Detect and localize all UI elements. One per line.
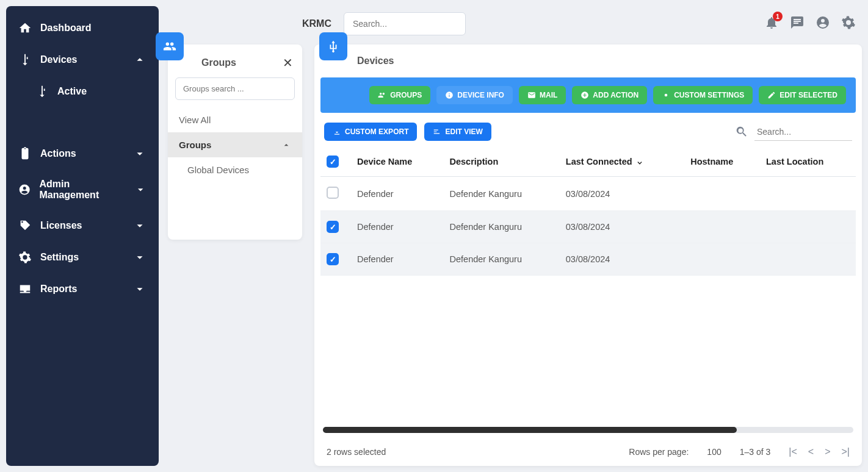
chevron-down-icon — [133, 147, 146, 160]
search-icon[interactable] — [735, 125, 748, 138]
sidebar-label-settings: Settings — [40, 252, 79, 263]
account-button[interactable] — [816, 15, 830, 32]
devices-table: Device Name Description Last Connected H… — [320, 147, 856, 276]
horizontal-scrollbar[interactable] — [323, 427, 853, 433]
page-last-button[interactable]: >| — [842, 446, 850, 457]
global-search-input[interactable] — [344, 12, 466, 35]
edit-view-button[interactable]: EDIT VIEW — [424, 123, 491, 141]
cell-description: Defender Kanguru — [444, 177, 560, 211]
groups-row-groups[interactable]: Groups — [168, 132, 302, 157]
notifications-button[interactable]: 1 — [764, 15, 779, 32]
home-icon — [18, 21, 32, 35]
cell-description: Defender Kanguru — [444, 243, 560, 276]
sidebar-label-reports: Reports — [40, 284, 77, 295]
groups-search-input[interactable] — [175, 77, 295, 100]
col-last-connected[interactable]: Last Connected — [560, 147, 684, 177]
page-next-button[interactable]: > — [825, 446, 830, 457]
add-action-button[interactable]: ADD ACTION — [572, 86, 647, 104]
inbox-icon — [18, 282, 32, 296]
row-checkbox[interactable] — [327, 187, 339, 199]
cell-last-location — [760, 211, 856, 243]
action-bar: GROUPS DEVICE INFO MAIL ADD ACTION — [320, 77, 856, 113]
sidebar-label-licenses: Licenses — [40, 220, 82, 231]
sidebar-label-admin: Admin Management — [39, 179, 125, 201]
cell-last-location — [760, 177, 856, 211]
rows-per-page-value[interactable]: 100 — [707, 447, 721, 457]
toolbar: CUSTOM EXPORT EDIT VIEW — [314, 113, 862, 147]
sidebar-item-licenses[interactable]: Licenses — [6, 210, 159, 241]
table-row[interactable]: DefenderDefender Kanguru03/08/2024 — [320, 211, 856, 243]
clipboard-icon — [18, 147, 32, 160]
usb-icon — [327, 40, 340, 53]
messages-button[interactable] — [790, 15, 805, 32]
sidebar-item-actions[interactable]: Actions — [6, 138, 159, 170]
table-row[interactable]: DefenderDefender Kanguru03/08/2024 — [320, 243, 856, 276]
tag-icon — [18, 219, 32, 232]
cell-description: Defender Kanguru — [444, 211, 560, 243]
gear-icon — [18, 251, 32, 264]
col-device-name[interactable]: Device Name — [351, 147, 444, 177]
sidebar-label-devices: Devices — [40, 54, 78, 65]
notifications-badge: 1 — [773, 12, 783, 21]
row-checkbox[interactable] — [327, 253, 339, 265]
groups-view-all[interactable]: View All — [168, 107, 302, 132]
chevron-up-icon — [133, 53, 146, 66]
col-description[interactable]: Description — [444, 147, 560, 177]
plus-circle-icon — [580, 91, 589, 99]
sidebar-item-dashboard[interactable]: Dashboard — [6, 12, 159, 44]
table-footer: 2 rows selected Rows per page: 100 1–3 o… — [314, 438, 862, 466]
people-icon — [378, 91, 386, 99]
groups-panel-close[interactable]: ✕ — [283, 55, 293, 70]
groups-panel-icon — [156, 32, 184, 60]
devices-panel: Devices GROUPS DEVICE INFO MAIL — [314, 45, 862, 466]
cell-last-connected: 03/08/2024 — [560, 211, 684, 243]
tune-icon — [433, 127, 441, 136]
scrollbar-thumb[interactable] — [323, 427, 737, 433]
col-hostname[interactable]: Hostname — [684, 147, 760, 177]
cell-device-name: Defender — [351, 177, 444, 211]
download-icon — [333, 127, 341, 136]
select-all-checkbox[interactable] — [327, 156, 339, 168]
usb-icon — [35, 85, 49, 98]
col-last-location[interactable]: Last Location — [760, 147, 856, 177]
cell-last-location — [760, 243, 856, 276]
custom-settings-button[interactable]: CUSTOM SETTINGS — [653, 86, 753, 104]
cell-hostname — [684, 211, 760, 243]
sidebar-item-devices[interactable]: Devices — [6, 44, 159, 76]
groups-panel-title: Groups — [201, 57, 236, 68]
groups-button[interactable]: GROUPS — [369, 86, 430, 104]
cell-device-name: Defender — [351, 211, 444, 243]
brand-label: KRMC — [302, 18, 331, 29]
page-first-button[interactable]: |< — [789, 446, 797, 457]
gear-icon — [841, 15, 856, 30]
cell-hostname — [684, 243, 760, 276]
sidebar-label-dashboard: Dashboard — [40, 23, 92, 34]
people-icon — [163, 40, 176, 53]
sidebar-item-reports[interactable]: Reports — [6, 273, 159, 305]
custom-export-button[interactable]: CUSTOM EXPORT — [324, 123, 417, 141]
groups-row-global-devices[interactable]: Global Devices — [168, 157, 302, 182]
sidebar-item-admin[interactable]: Admin Management — [6, 170, 159, 210]
chevron-down-icon — [133, 251, 146, 264]
pagination-range: 1–3 of 3 — [740, 447, 771, 457]
mail-button[interactable]: MAIL — [519, 86, 566, 104]
sidebar-item-active[interactable]: Active — [6, 76, 159, 107]
usb-icon — [18, 53, 32, 66]
chevron-down-icon — [133, 219, 146, 232]
cell-last-connected: 03/08/2024 — [560, 243, 684, 276]
cell-last-connected: 03/08/2024 — [560, 177, 684, 211]
device-info-button[interactable]: DEVICE INFO — [436, 86, 513, 104]
table-search-input[interactable] — [754, 123, 852, 141]
edit-selected-button[interactable]: EDIT SELECTED — [759, 86, 846, 104]
table-row[interactable]: DefenderDefender Kanguru03/08/2024 — [320, 177, 856, 211]
row-checkbox[interactable] — [327, 221, 339, 233]
info-icon — [445, 91, 454, 99]
devices-panel-icon — [319, 32, 347, 60]
sidebar-item-settings[interactable]: Settings — [6, 241, 159, 273]
chat-icon — [790, 15, 805, 30]
devices-panel-title: Devices — [357, 55, 394, 66]
page-prev-button[interactable]: < — [808, 446, 814, 457]
rows-selected-label: 2 rows selected — [327, 447, 386, 457]
settings-button[interactable] — [841, 15, 856, 32]
gear-icon — [662, 91, 670, 99]
